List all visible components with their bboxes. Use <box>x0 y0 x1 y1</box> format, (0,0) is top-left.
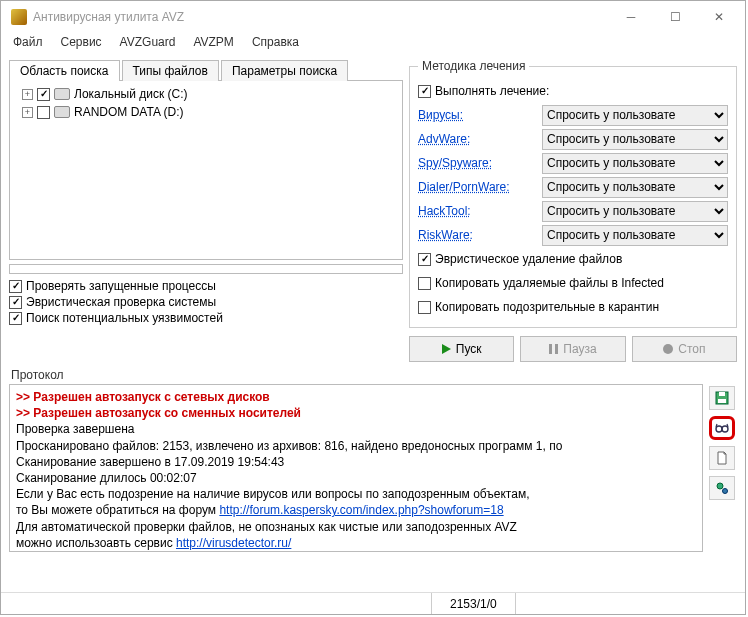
settings-button[interactable] <box>709 476 735 500</box>
service-link[interactable]: http://virusdetector.ru/ <box>176 536 291 550</box>
minimize-button[interactable]: ─ <box>609 3 653 31</box>
pause-button[interactable]: Пауза <box>520 336 625 362</box>
log-line: Сканирование длилось 00:02:07 <box>16 470 696 486</box>
log-line: Проверка завершена <box>16 421 696 437</box>
expand-icon[interactable]: + <box>22 89 33 100</box>
check-heuristic[interactable]: Эвристическая проверка системы <box>9 294 403 310</box>
close-button[interactable]: ✕ <box>697 3 741 31</box>
tree-item-drive-d[interactable]: + RANDOM DATA (D:) <box>16 103 396 121</box>
log-line: Если у Вас есть подозрение на наличие ви… <box>16 486 696 502</box>
tabset: Область поиска Типы файлов Параметры пои… <box>9 59 403 260</box>
start-button[interactable]: Пуск <box>409 336 514 362</box>
log-line: >> Разрешен автозапуск со сменных носите… <box>16 405 696 421</box>
svg-rect-1 <box>719 392 725 396</box>
menu-avzpm[interactable]: AVZPM <box>191 33 235 55</box>
save-log-button[interactable] <box>709 386 735 410</box>
titlebar: Антивирусная утилита AVZ ─ ☐ ✕ <box>1 1 745 33</box>
link-riskware[interactable]: RiskWare: <box>418 228 538 242</box>
tree-item-drive-c[interactable]: + Локальный диск (C:) <box>16 85 396 103</box>
new-doc-button[interactable] <box>709 446 735 470</box>
log-line: >> Разрешен автозапуск с сетевых дисков <box>16 389 696 405</box>
svg-point-4 <box>722 426 728 432</box>
select-dialer[interactable]: Спросить у пользовате <box>542 177 728 198</box>
tab-params[interactable]: Параметры поиска <box>221 60 348 81</box>
log-line: Сканирование завершено в 17.09.2019 19:5… <box>16 454 696 470</box>
progress-bar <box>9 264 403 274</box>
play-icon <box>442 344 451 354</box>
cure-fieldset: Методика лечения Выполнять лечение: Виру… <box>409 59 737 328</box>
menu-help[interactable]: Справка <box>250 33 301 55</box>
select-riskware[interactable]: Спросить у пользовате <box>542 225 728 246</box>
action-buttons: Пуск Пауза Стоп <box>409 336 737 362</box>
link-adware[interactable]: AdvWare: <box>418 132 538 146</box>
log-line: Для автоматической проверки файлов, не о… <box>16 519 696 535</box>
menubar: Файл Сервис AVZGuard AVZPM Справка <box>1 33 745 55</box>
pause-icon <box>549 344 558 354</box>
stop-icon <box>663 344 673 354</box>
menu-file[interactable]: Файл <box>11 33 45 55</box>
drive-d-label: RANDOM DATA (D:) <box>74 105 184 119</box>
window-controls: ─ ☐ ✕ <box>609 3 741 31</box>
drive-icon <box>54 106 70 118</box>
app-window: Антивирусная утилита AVZ ─ ☐ ✕ Файл Серв… <box>0 0 746 615</box>
options-checks: Проверять запущенные процессы Эвристичес… <box>9 278 403 326</box>
floppy-icon <box>714 390 730 406</box>
check-copy-quarantine[interactable]: Копировать подозрительные в карантин <box>418 295 728 319</box>
select-virus[interactable]: Спросить у пользовате <box>542 105 728 126</box>
log-line: то Вы можете обратиться на форум http://… <box>16 502 696 518</box>
svg-point-6 <box>723 489 728 494</box>
check-vuln[interactable]: Поиск потенциальных уязвимостей <box>9 310 403 326</box>
svg-rect-2 <box>718 399 726 403</box>
status-bar: 2153/1/0 <box>1 592 745 614</box>
expand-icon[interactable]: + <box>22 107 33 118</box>
select-hacktool[interactable]: Спросить у пользовате <box>542 201 728 222</box>
log-line: Просканировано файлов: 2153, извлечено и… <box>16 438 696 454</box>
left-pane: Область поиска Типы файлов Параметры пои… <box>9 59 403 362</box>
app-icon <box>11 9 27 25</box>
glasses-icon <box>714 420 730 436</box>
tabbar: Область поиска Типы файлов Параметры пои… <box>9 59 403 80</box>
menu-avzguard[interactable]: AVZGuard <box>118 33 178 55</box>
link-hacktool[interactable]: HackTool: <box>418 204 538 218</box>
svg-point-3 <box>716 426 722 432</box>
log-area[interactable]: >> Разрешен автозапуск с сетевых дисков … <box>9 384 703 552</box>
log-line: можно использоавть сервис http://virusde… <box>16 535 696 551</box>
link-dialer[interactable]: Dialer/PornWare: <box>418 180 538 194</box>
status-counts: 2153/1/0 <box>431 593 516 614</box>
stop-button[interactable]: Стоп <box>632 336 737 362</box>
tab-area[interactable]: Область поиска <box>9 60 120 81</box>
menu-service[interactable]: Сервис <box>59 33 104 55</box>
svg-point-5 <box>717 483 723 489</box>
check-perform-cure[interactable]: Выполнять лечение: <box>418 79 728 103</box>
drive-c-label: Локальный диск (C:) <box>74 87 188 101</box>
check-copy-infected[interactable]: Копировать удаляемые файлы в Infected <box>418 271 728 295</box>
cure-legend: Методика лечения <box>418 59 529 73</box>
check-processes[interactable]: Проверять запущенные процессы <box>9 278 403 294</box>
select-spy[interactable]: Спросить у пользовате <box>542 153 728 174</box>
drive-icon <box>54 88 70 100</box>
link-virus[interactable]: Вирусы: <box>418 108 538 122</box>
gears-icon <box>714 480 730 496</box>
glasses-button[interactable] <box>709 416 735 440</box>
log-toolbar <box>707 384 737 552</box>
right-pane: Методика лечения Выполнять лечение: Виру… <box>409 59 737 362</box>
check-heur-delete[interactable]: Эвристическое удаление файлов <box>418 247 728 271</box>
tab-types[interactable]: Типы файлов <box>122 60 219 81</box>
link-spy[interactable]: Spy/Spyware: <box>418 156 538 170</box>
window-title: Антивирусная утилита AVZ <box>33 10 609 24</box>
checkbox-drive-d[interactable] <box>37 106 50 119</box>
select-adware[interactable]: Спросить у пользовате <box>542 129 728 150</box>
protocol-label: Протокол <box>9 364 737 382</box>
drive-tree[interactable]: + Локальный диск (C:) + RANDOM DATA (D:) <box>9 80 403 260</box>
document-icon <box>714 450 730 466</box>
maximize-button[interactable]: ☐ <box>653 3 697 31</box>
forum-link[interactable]: http://forum.kaspersky.com/index.php?sho… <box>219 503 503 517</box>
checkbox-drive-c[interactable] <box>37 88 50 101</box>
